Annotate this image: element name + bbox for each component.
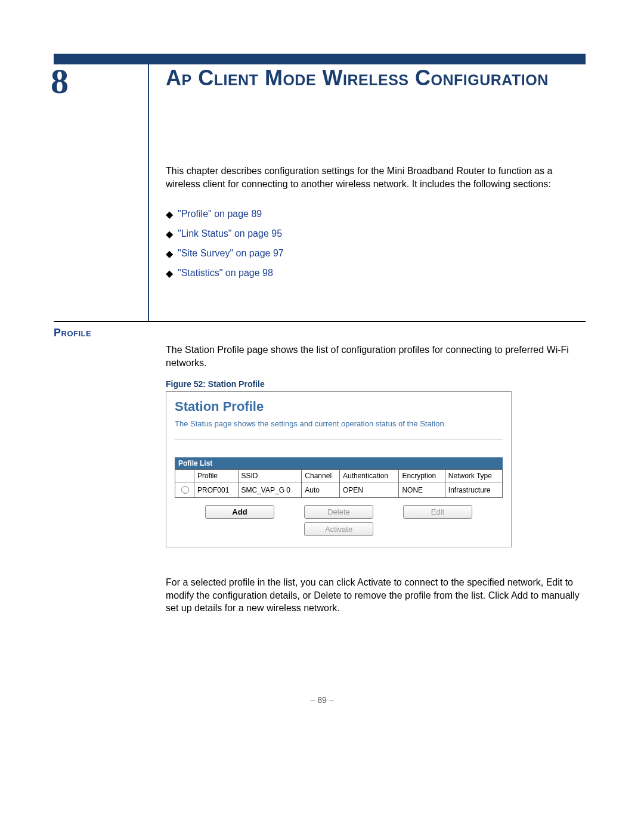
col-auth: Authentication — [339, 470, 398, 482]
section-heading: Profile — [54, 327, 149, 339]
chapter-divider-vertical — [148, 54, 149, 322]
list-item: ◆ "Site Survey" on page 97 — [166, 248, 586, 259]
col-radio — [175, 470, 194, 482]
section-paragraph-2: For a selected profile in the list, you … — [166, 576, 586, 615]
link-link-status[interactable]: "Link Status" on page 95 — [178, 228, 282, 239]
bullet-icon: ◆ — [166, 268, 178, 279]
figure-screenshot: Station Profile The Status page shows th… — [166, 391, 512, 547]
col-ntype: Network Type — [445, 470, 502, 482]
cell-auth: OPEN — [339, 482, 398, 498]
chapter-number: 8 — [51, 61, 140, 102]
intro-paragraph: This chapter describes configuration set… — [166, 165, 586, 190]
cell-channel: Auto — [302, 482, 340, 498]
profile-table: Profile SSID Channel Authentication Encr… — [175, 469, 503, 498]
col-enc: Encryption — [399, 470, 445, 482]
col-channel: Channel — [302, 470, 340, 482]
section-rule — [54, 321, 586, 322]
link-profile[interactable]: "Profile" on page 89 — [178, 209, 262, 219]
chapter-title: Ap Client Mode Wireless Configuration — [166, 64, 586, 92]
table-header-row: Profile SSID Channel Authentication Encr… — [175, 470, 503, 482]
edit-button[interactable]: Edit — [403, 505, 472, 519]
list-item: ◆ "Statistics" on page 98 — [166, 268, 586, 279]
figure-divider — [175, 439, 503, 439]
figure-subtitle: The Status page shows the settings and c… — [175, 419, 503, 428]
section-paragraph: The Station Profile page shows the list … — [166, 343, 586, 369]
col-profile: Profile — [194, 470, 239, 482]
figure-caption: Figure 52: Station Profile — [166, 379, 265, 389]
link-site-survey[interactable]: "Site Survey" on page 97 — [178, 248, 284, 259]
page-number: – 89 – — [0, 695, 644, 705]
list-item: ◆ "Link Status" on page 95 — [166, 228, 586, 240]
col-ssid: SSID — [238, 470, 302, 482]
page: 8 Ap Client Mode Wireless Configuration … — [0, 0, 644, 833]
bullet-icon: ◆ — [166, 209, 178, 220]
bullet-icon: ◆ — [166, 248, 178, 259]
link-statistics[interactable]: "Statistics" on page 98 — [178, 268, 273, 278]
profile-radio[interactable] — [181, 486, 189, 494]
figure-title: Station Profile — [175, 399, 503, 414]
bullet-icon: ◆ — [166, 228, 178, 240]
bullet-list: ◆ "Profile" on page 89 ◆ "Link Status" o… — [166, 209, 586, 287]
list-item: ◆ "Profile" on page 89 — [166, 209, 586, 220]
activate-button[interactable]: Activate — [304, 522, 373, 536]
add-button[interactable]: Add — [205, 505, 274, 519]
table-row[interactable]: PROF001 SMC_VAP_G 0 Auto OPEN NONE Infra… — [175, 482, 503, 498]
figure-button-bar: Add Delete Edit Activate — [175, 505, 503, 536]
cell-profile: PROF001 — [194, 482, 239, 498]
row-select-radio[interactable] — [175, 482, 194, 498]
cell-enc: NONE — [399, 482, 445, 498]
delete-button[interactable]: Delete — [304, 505, 373, 519]
profile-list-header: Pofile List — [175, 457, 503, 469]
cell-ntype: Infrastructure — [445, 482, 502, 498]
cell-ssid: SMC_VAP_G 0 — [238, 482, 302, 498]
